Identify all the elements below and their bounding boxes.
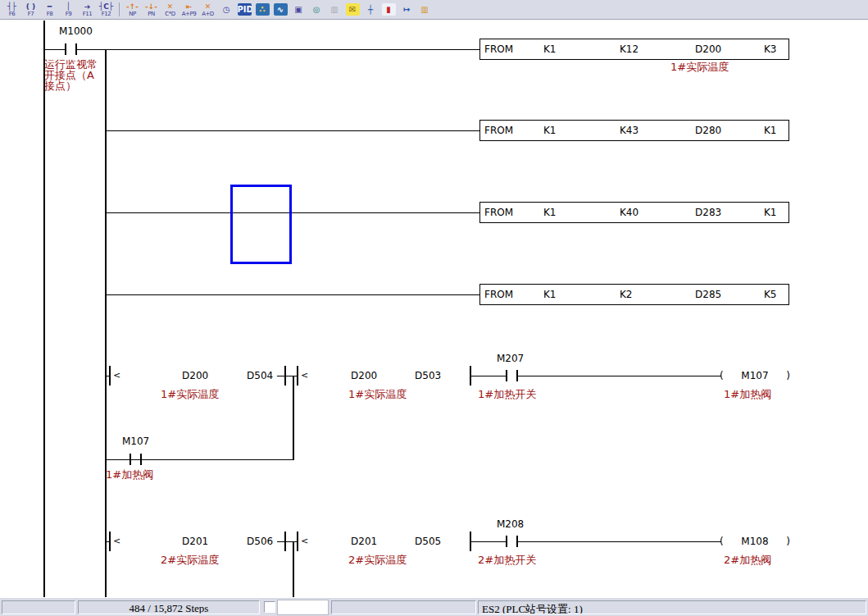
f8-horizontal-line-button[interactable]: ━ F8	[40, 1, 59, 18]
waveform-monitor-button[interactable]: ∿	[271, 1, 289, 18]
toolbar-icon: ◷	[220, 3, 234, 16]
wire	[471, 376, 507, 376]
compare-contact-bar	[284, 366, 286, 386]
instruction-operand: K12	[620, 43, 639, 55]
from-instruction-box[interactable]: FROM K1 K12 D200 K3	[479, 39, 789, 60]
toolbar-icon-label: F9	[66, 11, 71, 17]
compare-operand[interactable]: D503	[415, 370, 441, 381]
from-instruction-box[interactable]: FROM K1 K43 D280 K1	[479, 120, 789, 141]
toolbar-icon: PID	[238, 3, 252, 16]
f9-vertical-line-button[interactable]: │ F9	[59, 1, 78, 18]
branch-drop-line	[293, 376, 294, 460]
ad-instruction-button[interactable]: ✕ A+D	[198, 1, 217, 18]
device-comment: 1#实际温度	[670, 62, 729, 72]
ap9-instruction-button[interactable]: ⇤ A+P9	[180, 1, 198, 18]
toolbar-icon-label: F7	[28, 11, 34, 17]
instruction-toolbar: ┤├ F6 ( ) F7 ━ F8 │ F9 ➔ F11 ┤C├ F12 -↑-…	[0, 0, 868, 20]
compare-operand[interactable]: D200	[182, 370, 208, 381]
compare-operand[interactable]: D504	[247, 370, 273, 381]
export-device-button[interactable]: ↦	[398, 1, 416, 18]
output-coil[interactable]: M107	[720, 370, 790, 381]
compare-contact-bar[interactable]	[109, 532, 111, 551]
compare-operand[interactable]: D200	[351, 370, 377, 381]
toolbar-icon-label: NP	[129, 11, 135, 17]
instruction-operand: K1	[543, 125, 557, 136]
f11-application-instruction-button[interactable]: ➔ F11	[78, 1, 97, 18]
compare-operator: <	[113, 370, 120, 381]
toolbar-icon-label: PN	[148, 11, 154, 17]
f7-output-coil-button[interactable]: ( ) F7	[21, 1, 40, 18]
data-table-disabled-button[interactable]: ▥	[325, 1, 343, 18]
contact-bar[interactable]	[130, 454, 131, 465]
device-comment: 1#加热开关	[478, 389, 536, 399]
contact-device-label[interactable]: M1000	[59, 25, 93, 37]
message-mail-button[interactable]: ✉	[343, 1, 361, 18]
coil-device-label: M107	[741, 370, 768, 381]
toolbar-icon: -↑-	[126, 2, 139, 11]
from-instruction-box[interactable]: FROM K1 K40 D283 K1	[479, 202, 789, 223]
compare-operator: <	[301, 536, 308, 547]
device-comment: 2#实际温度	[161, 554, 219, 565]
wire	[106, 459, 293, 460]
branch-bus-line	[105, 49, 107, 597]
toolbar-icon: ↦	[400, 3, 414, 16]
cd-convert-button[interactable]: ✕ C*D	[161, 1, 180, 18]
compare-operand[interactable]: D506	[247, 536, 273, 547]
data-table-button[interactable]: ▥	[416, 1, 434, 18]
instruction-operand: K43	[620, 125, 639, 136]
compare-contact-bar[interactable]	[109, 366, 111, 386]
compare-operand[interactable]: D201	[351, 536, 377, 547]
toolbar-icon-label: F6	[9, 11, 15, 17]
toolbar-icon-label: A+P9	[182, 11, 196, 17]
compare-contact-bar[interactable]	[297, 532, 298, 551]
timer-monitor-button[interactable]: ◷	[217, 1, 235, 18]
thermometer-monitor-button[interactable]: ▮	[379, 1, 398, 18]
instruction-operand: K5	[764, 289, 777, 300]
toolbar-icon: -↓-	[145, 2, 157, 11]
selection-cursor-cell[interactable]	[230, 185, 292, 264]
wire	[471, 541, 507, 542]
contact-bar[interactable]	[140, 454, 142, 465]
contact-device-label[interactable]: M208	[497, 518, 524, 530]
compare-operand[interactable]: D505	[415, 536, 441, 547]
status-plc-model: ES2 (PLC站号设置: 1)	[478, 600, 866, 614]
pid-tuning-button[interactable]: PID	[235, 1, 253, 18]
status-steps: 484 / 15,872 Steps	[78, 600, 260, 614]
toolbar-icon: ( )	[26, 2, 35, 11]
wire	[77, 49, 479, 50]
toolbar-icon-label: C*D	[165, 11, 175, 17]
instruction-operand: K40	[620, 207, 639, 218]
output-coil[interactable]: M108	[720, 536, 790, 547]
ladder-editor-canvas[interactable]: M1000 运行监视常开接点（A接点） FROM K1 K12 D200 K3 …	[0, 21, 868, 597]
f6-normally-open-contact-button[interactable]: ┤├ F6	[2, 1, 21, 18]
device-comment: 运行监视常开接点（A接点）	[44, 59, 102, 91]
from-instruction-box[interactable]: FROM K1 K2 D285 K5	[479, 284, 789, 305]
toolbar-icon: ⇤	[186, 2, 193, 11]
compare-contact-bar[interactable]	[297, 366, 298, 386]
contact-bar[interactable]	[506, 370, 507, 381]
communication-setting-button[interactable]: ∴	[253, 1, 271, 18]
instruction-op: FROM	[484, 289, 513, 300]
wire	[518, 376, 721, 376]
np-rising-pulse-button[interactable]: -↑- NP	[123, 1, 142, 18]
contact-device-label[interactable]: M207	[497, 353, 524, 364]
status-segment-empty	[2, 600, 75, 614]
toolbar-icon-label: F12	[102, 11, 111, 17]
contact-device-label[interactable]: M107	[122, 436, 149, 447]
status-segment-empty	[331, 600, 476, 614]
f12-special-contact-button[interactable]: ┤C├ F12	[97, 1, 116, 18]
device-comment: 1#加热阀	[724, 389, 771, 399]
device-comment: 2#实际温度	[348, 554, 407, 565]
contact-bar[interactable]	[506, 536, 507, 547]
copy-layers-button[interactable]: ▣	[289, 1, 307, 18]
axis-chart-button[interactable]: ┼	[361, 1, 379, 18]
position-control-button[interactable]: ◎	[307, 1, 325, 18]
toolbar-icon: ▮	[382, 3, 396, 16]
toolbar-icon: │	[66, 2, 70, 11]
compare-operand[interactable]: D201	[182, 536, 208, 547]
toolbar-icon: ✕	[167, 2, 174, 11]
toolbar-icon: ∿	[274, 3, 288, 16]
toolbar-icon-label: F11	[83, 11, 92, 17]
instruction-operand: K1	[543, 207, 557, 218]
pn-falling-pulse-button[interactable]: -↓- PN	[142, 1, 161, 18]
